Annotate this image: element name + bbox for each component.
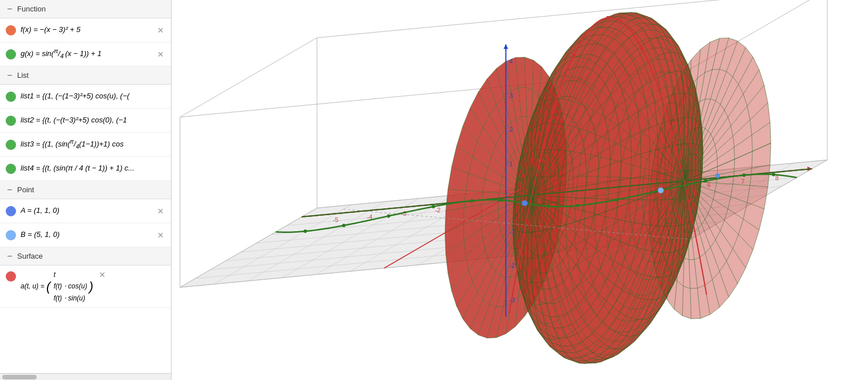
section-label-surface: Surface [17, 252, 43, 260]
color-dot-fx[interactable] [6, 25, 16, 35]
function-item-gx: g(x) = sin(π/4 (x − 1)) + 1 ✕ [0, 42, 171, 66]
list-item-list1: list1 = {(1, (−(1−3)²+5) cos(u), (−( [0, 85, 171, 109]
function-text-gx: g(x) = sin(π/4 (x − 1)) + 1 [21, 47, 152, 61]
color-dot-list4[interactable] [6, 164, 16, 174]
section-header-list: − List [0, 66, 171, 85]
function-item-fx: f(x) = −(x − 3)² + 5 ✕ [0, 18, 171, 42]
function-text-fx: f(x) = −(x − 3)² + 5 [21, 25, 152, 35]
close-A-button[interactable]: ✕ [156, 207, 165, 216]
list-item-list2: list2 = {(t, (−(t−3)²+5) cos(0), (−1 [0, 109, 171, 133]
collapse-function-icon[interactable]: − [6, 5, 14, 13]
list-text-list2: list2 = {(t, (−(t−3)²+5) cos(0), (−1 [21, 115, 165, 125]
section-label-function: Function [17, 5, 46, 13]
list-text-list1: list1 = {(1, (−(1−3)²+5) cos(u), (−( [21, 91, 165, 101]
list-item-list4: list4 = {(t, (sin(π / 4 (t − 1)) + 1) c.… [0, 157, 171, 181]
surface-item-a: a(t, u) = ( t f(t) ⋅ cos(u) f(t) ⋅ sin(u… [0, 266, 171, 308]
list-text-list3: list3 = {(1, (sin(π/4(1−1))+1) cos [21, 138, 165, 151]
close-B-button[interactable]: ✕ [156, 231, 165, 240]
collapse-point-icon[interactable]: − [6, 186, 14, 194]
collapse-list-icon[interactable]: − [6, 72, 14, 80]
list-item-list3: list3 = {(1, (sin(π/4(1−1))+1) cos [0, 133, 171, 157]
color-dot-surface-a[interactable] [6, 271, 16, 282]
close-surface-a-button[interactable]: ✕ [98, 270, 107, 279]
bottom-scrollbar-bar [0, 373, 172, 380]
section-header-point: − Point [0, 181, 171, 199]
section-label-list: List [17, 71, 29, 80]
3d-canvas[interactable] [172, 0, 868, 380]
color-dot-A[interactable] [6, 206, 16, 216]
left-panel: − Function f(x) = −(x − 3)² + 5 ✕ g(x) =… [0, 0, 172, 380]
section-label-point: Point [17, 185, 34, 194]
close-fx-button[interactable]: ✕ [156, 26, 165, 35]
color-dot-B[interactable] [6, 230, 16, 240]
color-dot-list1[interactable] [6, 92, 16, 102]
surface-text-a: a(t, u) = ( t f(t) ⋅ cos(u) f(t) ⋅ sin(u… [21, 269, 93, 304]
list-text-list4: list4 = {(t, (sin(π / 4 (t − 1)) + 1) c.… [21, 163, 165, 173]
point-text-A: A = (1, 1, 0) [21, 205, 152, 216]
color-dot-list2[interactable] [6, 116, 16, 126]
horizontal-scrollbar[interactable] [2, 375, 37, 379]
color-dot-gx[interactable] [6, 49, 16, 60]
color-dot-list3[interactable] [6, 140, 16, 150]
collapse-surface-icon[interactable]: − [6, 252, 14, 260]
canvas-area[interactable] [172, 0, 868, 380]
point-item-A: A = (1, 1, 0) ✕ [0, 199, 171, 223]
section-header-surface: − Surface [0, 247, 171, 266]
point-item-B: B = (5, 1, 0) ✕ [0, 223, 171, 247]
section-header-function: − Function [0, 0, 171, 18]
point-text-B: B = (5, 1, 0) [21, 229, 152, 240]
close-gx-button[interactable]: ✕ [156, 50, 165, 59]
